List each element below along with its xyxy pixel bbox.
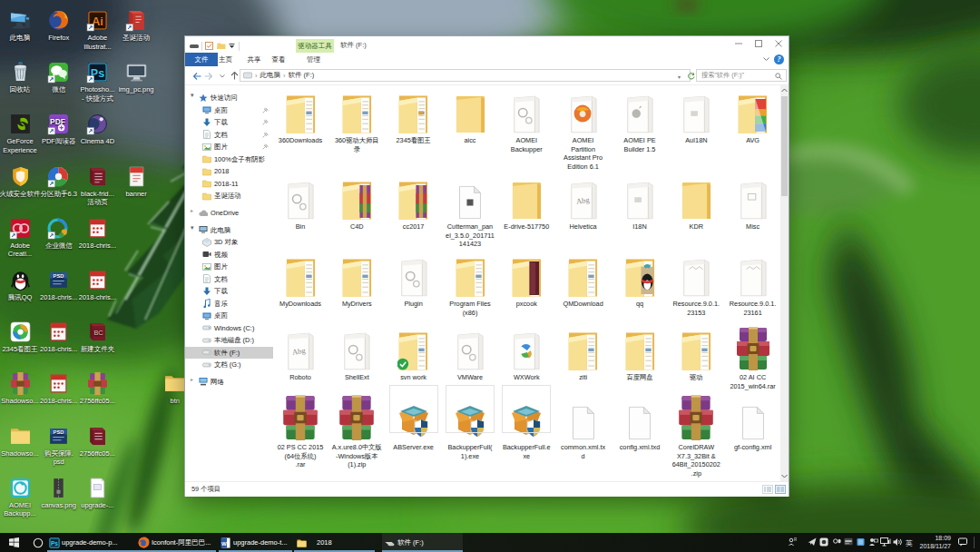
svg-text:PSD: PSD [54,429,64,434]
svg-text:Ps: Ps [51,539,58,546]
svg-text:BC: BC [93,329,103,337]
svg-text:Abg: Abg [291,346,307,357]
svg-text:PDF: PDF [50,117,65,126]
svg-text:R: R [794,537,797,542]
svg-text:?: ? [778,55,781,64]
svg-text:Abg: Abg [575,195,591,206]
svg-text:W: W [221,540,227,546]
svg-text:PSD: PSD [54,273,64,279]
